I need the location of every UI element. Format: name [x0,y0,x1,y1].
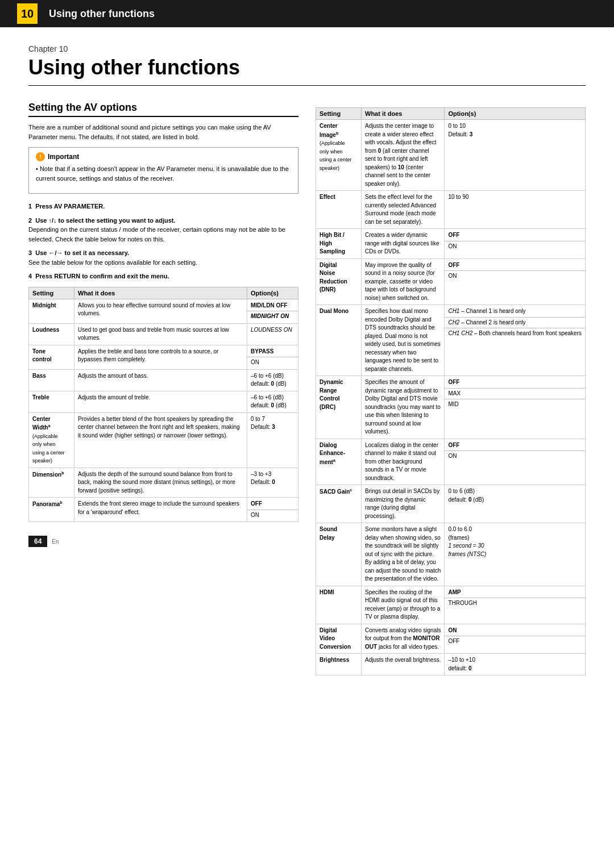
table-row: HDMI Specifies the routing of the HDMI a… [316,586,586,624]
chapter-title: Using other functions [28,56,586,86]
option-centerimage: 0 to 10Default: 3 [445,120,586,191]
step-4: 4 Press RETURN to confirm and exit the m… [28,272,298,281]
table-row: DigitalVideoConversion Converts analog v… [316,624,586,654]
desc-drc: Specifies the amount of dynamic range ad… [362,376,445,439]
setting-drc: DynamicRangeControl(DRC) [316,376,362,439]
option-dimension: –3 to +3Default: 0 [247,468,298,498]
option-dnr: OFF ON [445,258,586,305]
desc-dialog: Localizes dialog in the center channel t… [362,439,445,485]
desc-brightness: Adjusts the overall brightness. [362,654,445,675]
setting-dnr: DigitalNoiseReduction(DNR) [316,258,362,305]
desc-centerimage: Adjusts the center image to create a wid… [362,120,445,191]
option-sacdgain: 0 to 6 (dB)default: 0 (dB) [445,485,586,523]
desc-midnight: Allows you to hear effective surround so… [74,299,247,323]
setting-panorama: Panoramab [29,498,74,522]
language-label: En [52,539,59,545]
option-highbit: OFF ON [445,229,586,259]
setting-hdmi: HDMI [316,586,362,624]
step-3: 3 Use ←/→ to set it as necessary. See th… [28,248,298,267]
table-row: Panoramab Extends the front stereo image… [29,498,298,522]
desc-centerwidth: Provides a better blend of the front spe… [74,412,247,468]
section-title: Setting the AV options [28,102,298,117]
left-settings-table: Setting What it does Option(s) Midnight … [28,287,298,523]
chapter-label: Chapter 10 [28,44,586,53]
option-sounddelay: 0.0 to 6.0(frames)1 second = 30frames (N… [445,523,586,586]
option-hdmi: AMP THROUGH [445,586,586,624]
option-bass: –6 to +6 (dB)default: 0 (dB) [247,369,298,391]
option-digitalvideo: ON OFF [445,624,586,654]
desc-tone: Applies the treble and bass tone control… [74,345,247,369]
option-treble: –6 to +6 (dB)default: 0 (dB) [247,391,298,412]
table-row: CenterWidtha(Applicableonly whenusing a … [29,412,298,468]
setting-loudness: Loudness [29,323,74,345]
page-number: 64 [28,536,47,547]
desc-hdmi: Specifies the routing of the HDMI audio … [362,586,445,624]
table-row: CenterImageb(Applicableonly whenusing a … [316,120,586,191]
desc-treble: Adjusts the amount of treble. [74,391,247,412]
table-row: Dual Mono Specifies how dual mono encode… [316,305,586,376]
setting-highbit: High Bit /HighSampling [316,229,362,259]
header-chapter-number: 10 [17,3,38,24]
step-2: 2 Use ↑/↓ to select the setting you want… [28,216,298,244]
setting-digitalvideo: DigitalVideoConversion [316,624,362,654]
setting-sacdgain: SACD Gainc [316,485,362,523]
left-col-setting: Setting [29,287,74,299]
table-row: Tonecontrol Applies the treble and bass … [29,345,298,369]
important-title: ! Important [36,152,291,161]
right-settings-table: Setting What it does Option(s) CenterIma… [316,107,586,675]
left-column: Setting the AV options There are a numbe… [28,102,298,675]
right-col-whatitdoes: What it does [362,108,445,120]
option-drc: OFF MAX MID [445,376,586,439]
option-centerwidth: 0 to 7Default: 3 [247,412,298,468]
main-content: Chapter 10 Using other functions Setting… [0,27,614,698]
setting-treble: Treble [29,391,74,412]
desc-digitalvideo: Converts analog video signals for output… [362,624,445,654]
table-row: Midnight Allows you to hear effective su… [29,299,298,323]
setting-tone: Tonecontrol [29,345,74,369]
desc-panorama: Extends the front stereo image to includ… [74,498,247,522]
desc-dnr: May improve the quality of sound in a no… [362,258,445,305]
option-tone: BYPASS ON [247,345,298,369]
desc-bass: Adjusts the amount of bass. [74,369,247,391]
right-col-options: Option(s) [445,108,586,120]
left-col-whatitdoes: What it does [74,287,247,299]
option-dialog: OFF ON [445,439,586,485]
intro-text: There are a number of additional sound a… [28,123,298,141]
setting-bass: Bass [29,369,74,391]
table-row: Effect Sets the effect level for the cur… [316,191,586,229]
table-row: Treble Adjusts the amount of treble. –6 … [29,391,298,412]
option-brightness: –10 to +10default: 0 [445,654,586,675]
table-row: DigitalNoiseReduction(DNR) May improve t… [316,258,586,305]
important-box: ! Important • Note that if a setting doe… [28,147,298,194]
two-column-layout: Setting the AV options There are a numbe… [28,102,586,675]
table-row: Dimensionb Adjusts the depth of the surr… [29,468,298,498]
desc-dimension: Adjusts the depth of the surround sound … [74,468,247,498]
option-panorama: OFF ON [247,498,298,522]
table-row: High Bit /HighSampling Creates a wider d… [316,229,586,259]
setting-brightness: Brightness [316,654,362,675]
important-icon: ! [36,152,45,161]
table-row: Loudness Used to get good bass and trebl… [29,323,298,345]
setting-dialog: DialogEnhance-menta [316,439,362,485]
right-col-setting: Setting [316,108,362,120]
option-effect: 10 to 90 [445,191,586,229]
option-loudness: LOUDNESS ON [247,323,298,345]
desc-effect: Sets the effect level for the currently … [362,191,445,229]
setting-dimension: Dimensionb [29,468,74,498]
desc-sounddelay: Some monitors have a slight delay when s… [362,523,445,586]
setting-midnight: Midnight [29,299,74,323]
desc-loudness: Used to get good bass and treble from mu… [74,323,247,345]
table-row: SACD Gainc Brings out detail in SACDs by… [316,485,586,523]
setting-centerwidth: CenterWidtha(Applicableonly whenusing a … [29,412,74,468]
setting-sounddelay: SoundDelay [316,523,362,586]
step-1: 1 Press AV PARAMETER. [28,202,298,211]
table-row: Bass Adjusts the amount of bass. –6 to +… [29,369,298,391]
option-midnight: MID/LDN OFF MIDNIGHT ON [247,299,298,323]
header-bar: 10 Using other functions [0,0,614,27]
table-row: DialogEnhance-menta Localizes dialog in … [316,439,586,485]
setting-centerimage: CenterImageb(Applicableonly whenusing a … [316,120,362,191]
left-col-options: Option(s) [247,287,298,299]
right-column: Setting What it does Option(s) CenterIma… [316,102,586,675]
table-row: SoundDelay Some monitors have a slight d… [316,523,586,586]
footer: 64 En [28,536,298,547]
